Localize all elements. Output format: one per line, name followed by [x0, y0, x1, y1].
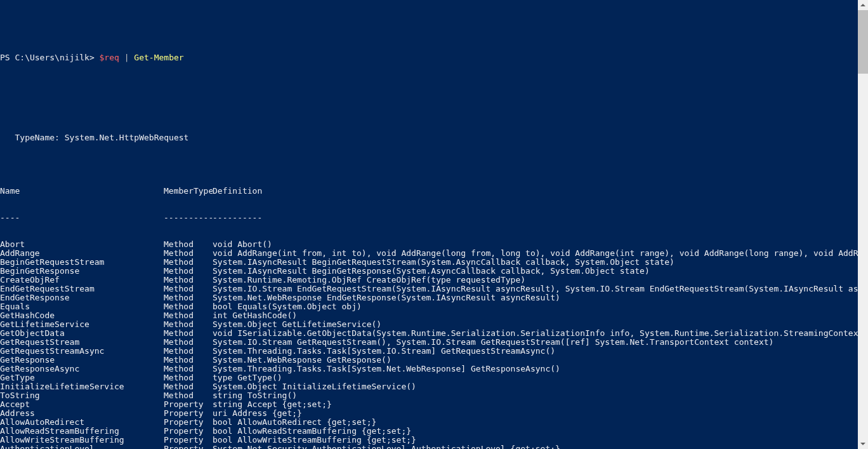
- table-row: ToStringMethodstring ToString(): [0, 391, 858, 400]
- table-row: GetObjectDataMethodvoid ISerializable.Ge…: [0, 329, 858, 338]
- cell-definition: System.Threading.Tasks.Task[System.IO.St…: [213, 347, 555, 356]
- cell-type: Method: [164, 320, 213, 329]
- dash-def: ----------: [213, 213, 262, 222]
- cell-type: Property: [164, 436, 213, 445]
- cell-type: Method: [164, 276, 213, 285]
- cell-type: Method: [164, 258, 213, 267]
- cell-definition: bool AllowAutoRedirect {get;set;}: [213, 418, 376, 427]
- table-row: AcceptPropertystring Accept {get;set;}: [0, 400, 858, 409]
- cell-name: AuthenticationLevel: [0, 445, 164, 449]
- prompt-prefix: PS C:\Users\nijilk>: [0, 53, 100, 62]
- cell-name: GetHashCode: [0, 311, 164, 320]
- cell-name: BeginGetResponse: [0, 267, 164, 276]
- scrollbar-track[interactable]: [858, 10, 868, 439]
- table-row: AllowAutoRedirectPropertybool AllowAutoR…: [0, 418, 858, 427]
- dash-type: ----------: [164, 213, 213, 222]
- table-row: InitializeLifetimeServiceMethodSystem.Ob…: [0, 382, 858, 391]
- prompt-variable: $req: [100, 53, 119, 62]
- blank-line: [0, 80, 858, 89]
- cell-definition: System.IO.Stream EndGetRequestStream(Sys…: [213, 285, 858, 293]
- prompt-cmdlet: Get-Member: [134, 53, 183, 62]
- cell-name: BeginGetRequestStream: [0, 258, 164, 267]
- cell-name: InitializeLifetimeService: [0, 382, 164, 391]
- table-row: CreateObjRefMethodSystem.Runtime.Remotin…: [0, 276, 858, 285]
- header-name: Name: [0, 187, 164, 196]
- cell-definition: System.Net.Security.AuthenticationLevel …: [213, 445, 560, 449]
- header-type: MemberType: [164, 187, 213, 196]
- header-def: Definition: [213, 187, 262, 196]
- cell-definition: void AddRange(int from, int to), void Ad…: [213, 249, 858, 258]
- cell-type: Method: [164, 302, 213, 311]
- table-row: GetRequestStreamMethodSystem.IO.Stream G…: [0, 338, 858, 347]
- powershell-terminal[interactable]: PS C:\Users\nijilk> $req | Get-Member Ty…: [0, 36, 858, 449]
- cell-type: Method: [164, 382, 213, 391]
- cell-name: CreateObjRef: [0, 276, 164, 285]
- table-row: GetResponseAsyncMethodSystem.Threading.T…: [0, 365, 858, 373]
- table-row: EndGetResponseMethodSystem.Net.WebRespon…: [0, 293, 858, 302]
- cell-definition: uri Address {get;}: [213, 409, 302, 418]
- cell-type: Method: [164, 311, 213, 320]
- table-rows: AbortMethodvoid Abort()AddRangeMethodvoi…: [0, 240, 858, 449]
- cell-type: Property: [164, 418, 213, 427]
- cell-name: GetRequestStream: [0, 338, 164, 347]
- dash-name: ----: [0, 213, 164, 222]
- cell-definition: System.Object GetLifetimeService(): [213, 320, 381, 329]
- table-row: GetRequestStreamAsyncMethodSystem.Thread…: [0, 347, 858, 356]
- table-row: AddRangeMethodvoid AddRange(int from, in…: [0, 249, 858, 258]
- cell-name: GetResponseAsync: [0, 365, 164, 373]
- cell-definition: bool AllowWriteStreamBuffering {get;set;…: [213, 436, 416, 445]
- cell-name: AddRange: [0, 249, 164, 258]
- prompt-pipe: |: [119, 53, 134, 62]
- blank-line: [0, 160, 858, 169]
- cell-name: Address: [0, 409, 164, 418]
- cell-name: AllowReadStreamBuffering: [0, 427, 164, 436]
- table-row: BeginGetResponseMethodSystem.IAsyncResul…: [0, 267, 858, 276]
- cell-name: AllowWriteStreamBuffering: [0, 436, 164, 445]
- table-row: BeginGetRequestStreamMethodSystem.IAsync…: [0, 258, 858, 267]
- cell-definition: int GetHashCode(): [213, 311, 297, 320]
- cell-type: Method: [164, 373, 213, 382]
- cell-definition: string ToString(): [213, 391, 297, 400]
- cell-type: Method: [164, 293, 213, 302]
- cell-name: AllowAutoRedirect: [0, 418, 164, 427]
- vertical-scrollbar[interactable]: [858, 0, 868, 449]
- cell-name: ToString: [0, 391, 164, 400]
- table-header: NameMemberTypeDefinition: [0, 187, 858, 196]
- cell-definition: bool AllowReadStreamBuffering {get;set;}: [213, 427, 411, 436]
- table-row: AddressPropertyuri Address {get;}: [0, 409, 858, 418]
- cell-definition: System.Net.WebResponse GetResponse(): [213, 356, 391, 365]
- cell-type: Method: [164, 338, 213, 347]
- cell-definition: string Accept {get;set;}: [213, 400, 332, 409]
- cell-definition: System.IAsyncResult BeginGetRequestStrea…: [213, 258, 674, 267]
- cell-type: Method: [164, 365, 213, 373]
- cell-type: Method: [164, 356, 213, 365]
- table-row: GetResponseMethodSystem.Net.WebResponse …: [0, 356, 858, 365]
- table-row: EndGetRequestStreamMethodSystem.IO.Strea…: [0, 285, 858, 293]
- cell-definition: System.Threading.Tasks.Task[System.Net.W…: [213, 365, 560, 373]
- cell-definition: System.Net.WebResponse EndGetResponse(Sy…: [213, 293, 560, 302]
- cell-type: Property: [164, 409, 213, 418]
- scrollbar-thumb[interactable]: [858, 10, 868, 74]
- cell-type: Method: [164, 391, 213, 400]
- cell-definition: System.IO.Stream GetRequestStream(), Sys…: [213, 338, 773, 347]
- scroll-up-button[interactable]: [858, 0, 868, 10]
- cell-type: Method: [164, 329, 213, 338]
- chevron-down-icon: [860, 441, 865, 446]
- table-row: AbortMethodvoid Abort(): [0, 240, 858, 249]
- cell-type: Property: [164, 427, 213, 436]
- cell-name: GetResponse: [0, 356, 164, 365]
- cell-type: Method: [164, 347, 213, 356]
- scroll-down-button[interactable]: [858, 439, 868, 449]
- cell-definition: void Abort(): [213, 240, 272, 249]
- cell-definition: System.Runtime.Remoting.ObjRef CreateObj…: [213, 276, 525, 285]
- table-row: EqualsMethodbool Equals(System.Object ob…: [0, 302, 858, 311]
- prompt-line: PS C:\Users\nijilk> $req | Get-Member: [0, 53, 858, 62]
- cell-name: GetLifetimeService: [0, 320, 164, 329]
- table-row: GetLifetimeServiceMethodSystem.Object Ge…: [0, 320, 858, 329]
- cell-name: GetRequestStreamAsync: [0, 347, 164, 356]
- cell-type: Method: [164, 267, 213, 276]
- table-row: AuthenticationLevelPropertySystem.Net.Se…: [0, 445, 858, 449]
- cell-type: Property: [164, 400, 213, 409]
- chevron-up-icon: [860, 3, 865, 8]
- cell-type: Method: [164, 285, 213, 293]
